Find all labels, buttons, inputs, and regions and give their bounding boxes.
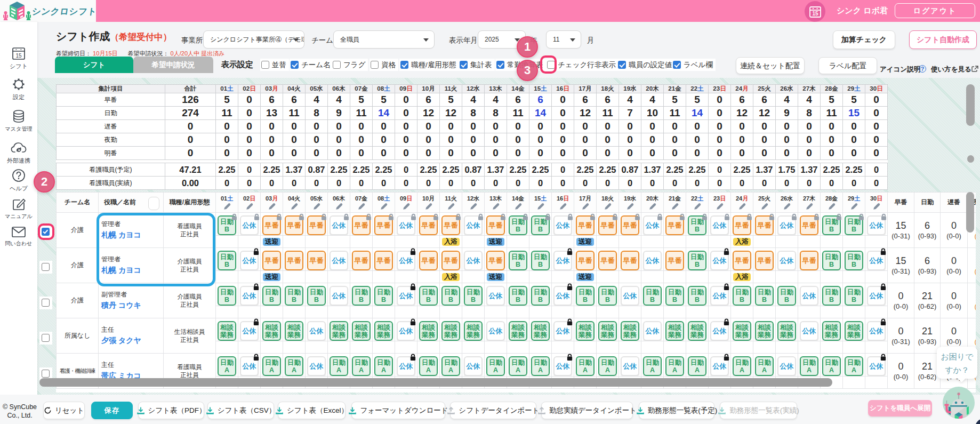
svg-text:15: 15 [812, 11, 818, 17]
svg-text:15: 15 [15, 53, 22, 59]
